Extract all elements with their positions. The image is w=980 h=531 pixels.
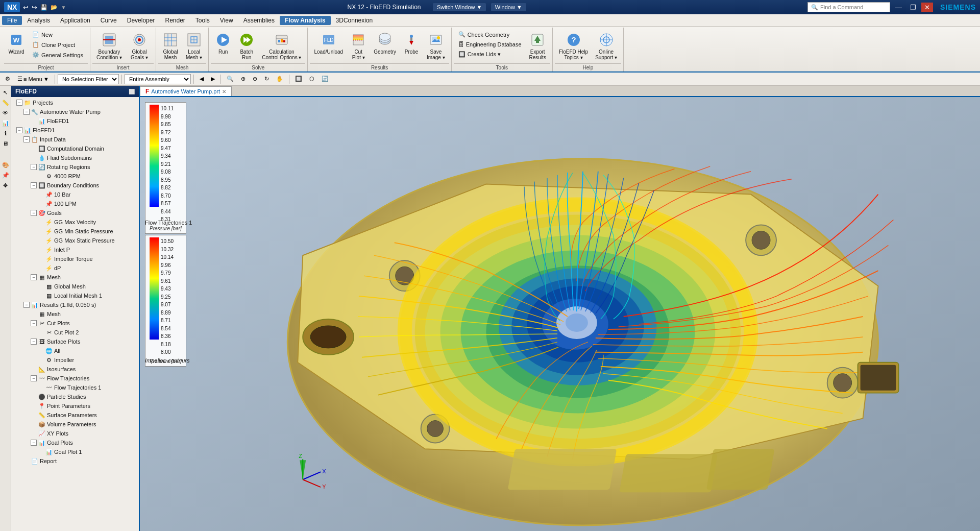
tree-item-flow-traj-1[interactable]: 〰Flow Trajectories 1	[11, 383, 139, 392]
view-wireframe-btn[interactable]: ⬡	[306, 74, 317, 84]
export-results-button[interactable]: ExportResults	[526, 30, 549, 62]
view-zoom-in-btn[interactable]: ⊕	[238, 74, 249, 84]
global-goals-button[interactable]: GlobalGoals ▾	[126, 30, 153, 62]
menu-assemblies[interactable]: Assemblies	[238, 16, 280, 25]
tree-item-surface-plots[interactable]: −🖼Surface Plots	[11, 337, 139, 346]
view-pan-btn[interactable]: ✋	[273, 74, 286, 84]
tree-item-volume-params[interactable]: 📦Volume Parameters	[11, 420, 139, 429]
left-icon-move[interactable]: ✥	[1, 181, 10, 190]
tree-expand-flow-traj[interactable]: −	[31, 375, 37, 381]
sidebar-header-minimize[interactable]: ⬜	[129, 89, 135, 94]
tree-item-gg-max-vel[interactable]: ⚡GG Max Velocity	[11, 218, 139, 227]
create-lids-button[interactable]: 🔲 Create Lids ▾	[455, 50, 525, 59]
left-icon-snap[interactable]: 📌	[1, 171, 10, 180]
restore-button[interactable]: ❐	[907, 3, 919, 12]
batch-run-button[interactable]: BatchRun	[235, 30, 258, 62]
tree-item-dp[interactable]: ⚡dP	[11, 263, 139, 273]
engineering-database-button[interactable]: 🗄 Engineering Database	[455, 40, 525, 49]
left-icon-color[interactable]: 🎨	[1, 160, 10, 170]
online-support-button[interactable]: OnlineSupport ▾	[592, 30, 620, 62]
tree-item-gg-min-static[interactable]: ⚡GG Min Static Pressure	[11, 227, 139, 236]
tree-expand-mesh[interactable]: −	[31, 274, 37, 280]
view-orient-btn[interactable]: 🔄	[318, 74, 332, 84]
tree-expand-surface-plots[interactable]: −	[31, 339, 37, 345]
menu-flow-analysis[interactable]: Flow Analysis	[280, 16, 331, 25]
find-command-input[interactable]	[820, 4, 887, 10]
view-shading-btn[interactable]: 🔲	[292, 74, 305, 84]
view-fit-btn[interactable]: 🔍	[224, 74, 237, 84]
check-geometry-button[interactable]: 🔍 Check Geometry	[455, 30, 525, 39]
view-zoom-out-btn[interactable]: ⊖	[250, 74, 260, 84]
left-icon-analysis[interactable]: 📊	[1, 118, 10, 128]
local-mesh-button[interactable]: LocalMesh ▾	[183, 30, 205, 62]
tree-item-4000rpm[interactable]: ⚙4000 RPM	[11, 172, 139, 181]
floefd-help-button[interactable]: ? FloEFD HelpTopics ▾	[556, 30, 591, 62]
tree-item-mesh-results[interactable]: ▦Mesh	[11, 309, 139, 319]
find-command-box[interactable]: 🔍	[807, 2, 890, 12]
quick-access-save[interactable]: 💾	[40, 4, 47, 11]
selection-filter-select[interactable]: No Selection Filter	[58, 74, 119, 84]
tree-expand-rotating-regions[interactable]: −	[31, 164, 37, 170]
tree-item-particle-studies[interactable]: ⚫Particle Studies	[11, 392, 139, 401]
tree-expand-floefd1[interactable]: −	[16, 127, 22, 133]
tree-item-local-mesh-1[interactable]: ▦Local Initial Mesh 1	[11, 291, 139, 300]
tree-item-results[interactable]: −📊Results (1.fld, 0.050 s)	[11, 300, 139, 309]
cut-plot-button[interactable]: CutPlot ▾	[347, 30, 370, 62]
tree-item-goals[interactable]: −🎯Goals	[11, 208, 139, 218]
tree-item-point-params[interactable]: 📍Point Parameters	[11, 401, 139, 411]
tree-item-gg-max-static[interactable]: ⚡GG Max Static Pressure	[11, 236, 139, 245]
tree-item-xy-plots[interactable]: 📈XY Plots	[11, 429, 139, 438]
calc-control-button[interactable]: CalculationControl Options ▾	[259, 30, 304, 62]
quick-access-open[interactable]: 📂	[51, 4, 58, 11]
menu-application[interactable]: Application	[55, 16, 95, 25]
tree-item-auto-water-pump[interactable]: −🔧Automotive Water Pump	[11, 107, 139, 116]
tree-expand-boundary-conditions[interactable]: −	[31, 182, 37, 188]
tree-item-comp-domain[interactable]: 🔲Computational Domain	[11, 144, 139, 153]
view-rotate-btn[interactable]: ↻	[261, 74, 272, 84]
probe-button[interactable]: Probe	[400, 30, 423, 57]
tree-item-cut-plots[interactable]: −✂Cut Plots	[11, 319, 139, 328]
tree-item-mesh[interactable]: −▦Mesh	[11, 273, 139, 282]
run-button[interactable]: Run	[212, 30, 234, 57]
tree-item-surface-params[interactable]: 📏Surface Parameters	[11, 411, 139, 420]
toolbar-settings-button[interactable]: ⚙	[2, 74, 13, 84]
left-icon-info[interactable]: ℹ	[1, 129, 10, 138]
clone-project-button[interactable]: 📋 Clone Project	[29, 40, 87, 50]
menu-tools[interactable]: Tools	[190, 16, 215, 25]
menu-button[interactable]: ☰ ≡ Menu ▼	[14, 74, 52, 84]
tree-item-inlet-p[interactable]: ⚡Inlet P	[11, 245, 139, 254]
tree-item-10bar[interactable]: 📌10 Bar	[11, 190, 139, 199]
tree-expand-goal-plots[interactable]: −	[31, 440, 37, 446]
load-unload-button[interactable]: FLD Load/Unload	[311, 30, 346, 57]
wizard-button[interactable]: W Wizard	[5, 30, 28, 57]
tree-item-global-mesh[interactable]: ▦Global Mesh	[11, 282, 139, 291]
tab-close-button[interactable]: ✕	[222, 89, 226, 94]
tree-item-100lpm[interactable]: 📌100 LPM	[11, 199, 139, 208]
close-button[interactable]: ✕	[921, 3, 933, 12]
tree-item-rotating-regions[interactable]: −🔄Rotating Regions	[11, 162, 139, 172]
tree-item-impellor-torque[interactable]: ⚡Impellor Torque	[11, 254, 139, 263]
tree-item-impeller[interactable]: ⚙Impeller	[11, 355, 139, 365]
quick-access-more[interactable]: ▼	[61, 5, 66, 10]
switch-window-btn[interactable]: Switch Window ▼	[433, 3, 486, 11]
tree-item-cut-plot-2[interactable]: ✂Cut Plot 2	[11, 328, 139, 337]
left-icon-view[interactable]: 👁	[1, 108, 10, 117]
tree-item-projects[interactable]: −📁Projects	[11, 98, 139, 107]
tree-item-flow-traj[interactable]: −〰Flow Trajectories	[11, 374, 139, 383]
menu-render[interactable]: Render	[160, 16, 190, 25]
boundary-condition-button[interactable]: BoundaryCondition ▾	[93, 30, 125, 62]
menu-3dconnexion[interactable]: 3DConnexion	[331, 16, 378, 25]
menu-developer[interactable]: Developer	[122, 16, 160, 25]
quick-access-undo[interactable]: ↩	[23, 4, 29, 11]
tree-expand-input-data[interactable]: −	[23, 136, 30, 142]
viewport[interactable]: X Y Z 10.11 9.98 9.85 9.72	[140, 97, 980, 531]
toolbar-back-btn[interactable]: ◀	[197, 74, 207, 84]
quick-access-redo[interactable]: ↪	[32, 4, 37, 11]
menu-curve[interactable]: Curve	[95, 16, 122, 25]
menu-view[interactable]: View	[215, 16, 238, 25]
assembly-select[interactable]: Entire Assembly	[125, 74, 191, 84]
minimize-button[interactable]: —	[892, 3, 905, 12]
tree-item-fluid-subdomains[interactable]: 💧Fluid Subdomains	[11, 153, 139, 162]
global-mesh-button[interactable]: GlobalMesh	[159, 30, 182, 62]
tree-expand-auto-water-pump[interactable]: −	[23, 109, 30, 115]
